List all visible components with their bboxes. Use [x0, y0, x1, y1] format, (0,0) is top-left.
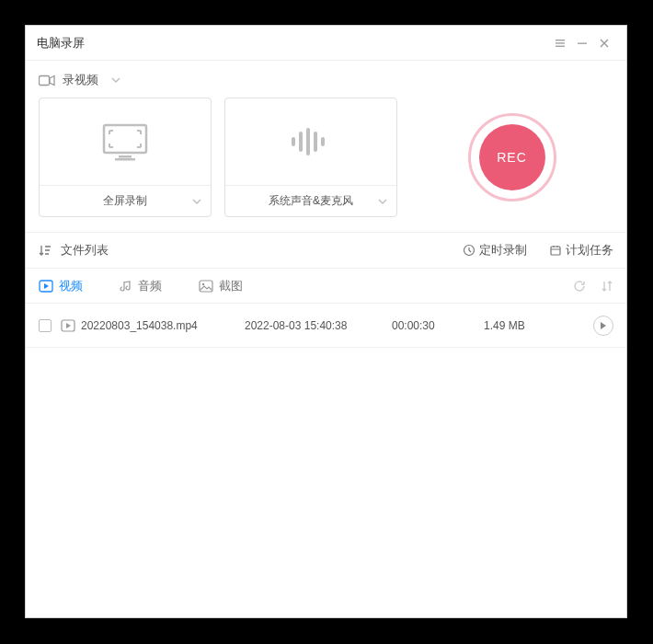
- controls-row: 全屏录制 系统声音&麦克风: [26, 94, 626, 232]
- video-file-icon: [61, 319, 75, 332]
- chevron-down-icon: [378, 199, 387, 204]
- chevron-down-icon: [192, 199, 201, 204]
- svg-rect-4: [40, 75, 50, 85]
- svg-rect-0: [556, 40, 565, 40]
- menu-button[interactable]: [549, 32, 571, 54]
- window-title: 电脑录屏: [37, 35, 549, 52]
- file-row[interactable]: 20220803_154038.mp4 2022-08-03 15:40:38 …: [26, 304, 626, 348]
- file-list: 20220803_154038.mp4 2022-08-03 15:40:38 …: [26, 304, 626, 617]
- sort-icon[interactable]: [39, 245, 52, 256]
- play-button[interactable]: [593, 316, 613, 336]
- mode-label: 录视频: [63, 72, 98, 88]
- svg-rect-5: [104, 125, 146, 153]
- tab-video[interactable]: 视频: [39, 278, 83, 294]
- file-tabs: 视频 音频 截图: [26, 269, 626, 304]
- svg-rect-6: [119, 155, 132, 158]
- file-name: 20220803_154038.mp4: [81, 319, 198, 332]
- mode-selector[interactable]: 录视频: [26, 61, 626, 94]
- svg-rect-1: [556, 42, 565, 43]
- file-date: 2022-08-03 15:40:38: [245, 319, 383, 332]
- svg-rect-16: [200, 281, 212, 292]
- svg-rect-3: [578, 42, 587, 43]
- record-button[interactable]: REC: [479, 124, 545, 190]
- monitor-icon: [40, 98, 211, 185]
- svg-rect-7: [115, 158, 135, 161]
- source-card[interactable]: 全屏录制: [39, 98, 212, 217]
- svg-rect-8: [292, 137, 295, 146]
- record-area: REC: [410, 98, 613, 217]
- file-size: 1.49 MB: [484, 319, 557, 332]
- file-duration: 00:00:30: [392, 319, 475, 332]
- chevron-down-icon: [111, 77, 120, 83]
- timed-record-button[interactable]: 定时录制: [463, 242, 527, 259]
- svg-rect-12: [321, 137, 325, 146]
- audio-label: 系统声音&麦克风: [269, 193, 353, 209]
- svg-rect-11: [314, 132, 317, 152]
- close-button[interactable]: [593, 32, 615, 54]
- sort-toggle-icon[interactable]: [601, 280, 613, 293]
- svg-rect-14: [551, 247, 560, 255]
- waveform-icon: [225, 98, 396, 185]
- svg-rect-9: [299, 132, 303, 152]
- svg-point-17: [202, 282, 205, 285]
- list-header: 文件列表 定时录制 计划任务: [26, 232, 626, 269]
- source-footer[interactable]: 全屏录制: [40, 185, 211, 216]
- tab-screenshot[interactable]: 截图: [199, 278, 243, 294]
- audio-card[interactable]: 系统声音&麦克风: [224, 98, 397, 217]
- source-label: 全屏录制: [103, 193, 147, 209]
- refresh-icon[interactable]: [573, 280, 586, 293]
- titlebar: 电脑录屏: [26, 26, 626, 61]
- audio-footer[interactable]: 系统声音&麦克风: [225, 185, 396, 216]
- scheduled-task-button[interactable]: 计划任务: [549, 242, 613, 259]
- svg-rect-10: [306, 128, 310, 155]
- tab-audio[interactable]: 音频: [120, 278, 162, 294]
- svg-rect-2: [556, 45, 565, 46]
- list-title: 文件列表: [61, 242, 109, 259]
- camcorder-icon: [39, 75, 55, 86]
- minimize-button[interactable]: [571, 32, 593, 54]
- file-checkbox[interactable]: [39, 319, 52, 332]
- record-button-ring: REC: [468, 113, 556, 201]
- app-window: 电脑录屏 录视频: [25, 25, 627, 618]
- desktop-icons: [0, 0, 653, 28]
